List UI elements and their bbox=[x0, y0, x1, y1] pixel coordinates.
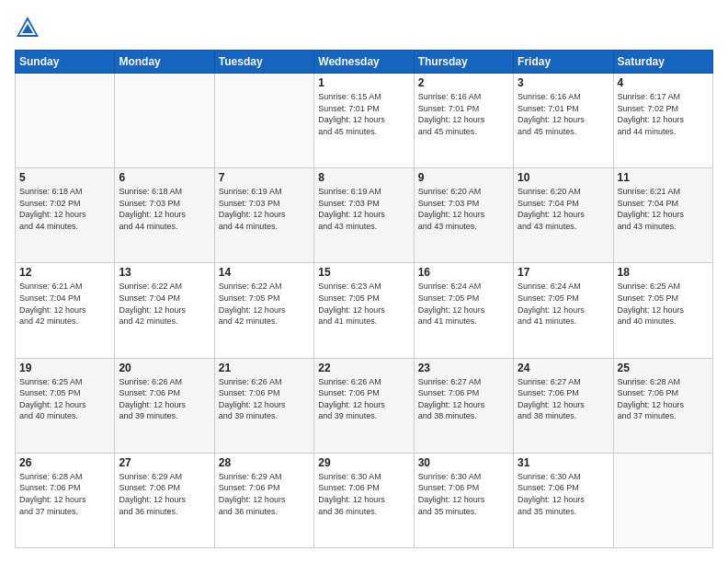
day-number: 22 bbox=[318, 362, 409, 374]
calendar-cell: 8Sunrise: 6:19 AM Sunset: 7:03 PM Daylig… bbox=[314, 168, 414, 263]
calendar-cell bbox=[214, 74, 313, 168]
calendar-cell: 23Sunrise: 6:27 AM Sunset: 7:06 PM Dayli… bbox=[414, 358, 513, 453]
calendar-header: SundayMondayTuesdayWednesdayThursdayFrid… bbox=[16, 51, 713, 74]
header bbox=[15, 15, 713, 40]
day-number: 28 bbox=[219, 456, 310, 469]
calendar-cell: 3Sunrise: 6:16 AM Sunset: 7:01 PM Daylig… bbox=[514, 74, 613, 168]
calendar-cell: 5Sunrise: 6:18 AM Sunset: 7:02 PM Daylig… bbox=[16, 168, 115, 263]
weekday-header-tuesday: Tuesday bbox=[214, 51, 313, 74]
day-info: Sunrise: 6:18 AM Sunset: 7:03 PM Dayligh… bbox=[119, 186, 210, 232]
calendar-cell: 30Sunrise: 6:30 AM Sunset: 7:06 PM Dayli… bbox=[414, 453, 513, 547]
day-info: Sunrise: 6:21 AM Sunset: 7:04 PM Dayligh… bbox=[618, 186, 709, 232]
day-number: 11 bbox=[618, 171, 709, 184]
calendar-cell: 11Sunrise: 6:21 AM Sunset: 7:04 PM Dayli… bbox=[613, 168, 712, 263]
logo-icon bbox=[15, 15, 40, 40]
calendar-cell: 15Sunrise: 6:23 AM Sunset: 7:05 PM Dayli… bbox=[314, 263, 414, 358]
calendar-cell: 24Sunrise: 6:27 AM Sunset: 7:06 PM Dayli… bbox=[514, 358, 613, 453]
day-number: 4 bbox=[618, 76, 709, 89]
day-info: Sunrise: 6:16 AM Sunset: 7:01 PM Dayligh… bbox=[418, 91, 509, 137]
calendar-cell: 17Sunrise: 6:24 AM Sunset: 7:05 PM Dayli… bbox=[514, 263, 613, 358]
day-number: 18 bbox=[618, 266, 709, 279]
day-number: 12 bbox=[19, 266, 110, 279]
calendar-table: SundayMondayTuesdayWednesdayThursdayFrid… bbox=[15, 50, 713, 548]
day-number: 5 bbox=[19, 171, 110, 184]
calendar-cell: 22Sunrise: 6:26 AM Sunset: 7:06 PM Dayli… bbox=[314, 358, 414, 453]
day-number: 7 bbox=[219, 171, 310, 184]
day-info: Sunrise: 6:16 AM Sunset: 7:01 PM Dayligh… bbox=[518, 91, 609, 137]
day-number: 19 bbox=[19, 362, 110, 374]
day-number: 24 bbox=[518, 362, 609, 374]
day-number: 29 bbox=[318, 456, 409, 469]
day-info: Sunrise: 6:24 AM Sunset: 7:05 PM Dayligh… bbox=[418, 281, 509, 327]
day-info: Sunrise: 6:26 AM Sunset: 7:06 PM Dayligh… bbox=[119, 376, 210, 422]
day-info: Sunrise: 6:19 AM Sunset: 7:03 PM Dayligh… bbox=[318, 186, 409, 232]
calendar-cell: 10Sunrise: 6:20 AM Sunset: 7:04 PM Dayli… bbox=[514, 168, 613, 263]
day-info: Sunrise: 6:30 AM Sunset: 7:06 PM Dayligh… bbox=[518, 471, 609, 517]
day-info: Sunrise: 6:22 AM Sunset: 7:05 PM Dayligh… bbox=[219, 281, 310, 327]
calendar-cell: 25Sunrise: 6:28 AM Sunset: 7:06 PM Dayli… bbox=[613, 358, 712, 453]
day-info: Sunrise: 6:17 AM Sunset: 7:02 PM Dayligh… bbox=[618, 91, 709, 137]
day-info: Sunrise: 6:21 AM Sunset: 7:04 PM Dayligh… bbox=[19, 281, 110, 327]
day-number: 15 bbox=[318, 266, 409, 279]
calendar-week-3: 12Sunrise: 6:21 AM Sunset: 7:04 PM Dayli… bbox=[16, 263, 713, 358]
day-info: Sunrise: 6:24 AM Sunset: 7:05 PM Dayligh… bbox=[518, 281, 609, 327]
day-number: 30 bbox=[418, 456, 509, 469]
day-number: 8 bbox=[318, 171, 409, 184]
day-number: 6 bbox=[119, 171, 210, 184]
day-info: Sunrise: 6:26 AM Sunset: 7:06 PM Dayligh… bbox=[219, 376, 310, 422]
calendar-cell: 1Sunrise: 6:15 AM Sunset: 7:01 PM Daylig… bbox=[314, 74, 414, 168]
calendar-cell: 19Sunrise: 6:25 AM Sunset: 7:05 PM Dayli… bbox=[16, 358, 115, 453]
calendar-cell bbox=[16, 74, 115, 168]
day-info: Sunrise: 6:28 AM Sunset: 7:06 PM Dayligh… bbox=[618, 376, 709, 422]
calendar-cell: 27Sunrise: 6:29 AM Sunset: 7:06 PM Dayli… bbox=[115, 453, 214, 547]
weekday-header-monday: Monday bbox=[115, 51, 214, 74]
calendar-cell: 4Sunrise: 6:17 AM Sunset: 7:02 PM Daylig… bbox=[613, 74, 712, 168]
day-info: Sunrise: 6:26 AM Sunset: 7:06 PM Dayligh… bbox=[318, 376, 409, 422]
calendar-body: 1Sunrise: 6:15 AM Sunset: 7:01 PM Daylig… bbox=[16, 74, 713, 548]
calendar-cell: 18Sunrise: 6:25 AM Sunset: 7:05 PM Dayli… bbox=[613, 263, 712, 358]
weekday-header-saturday: Saturday bbox=[613, 51, 712, 74]
day-info: Sunrise: 6:30 AM Sunset: 7:06 PM Dayligh… bbox=[318, 471, 409, 517]
calendar-week-2: 5Sunrise: 6:18 AM Sunset: 7:02 PM Daylig… bbox=[16, 168, 713, 263]
day-number: 31 bbox=[518, 456, 609, 469]
day-number: 9 bbox=[418, 171, 509, 184]
day-info: Sunrise: 6:18 AM Sunset: 7:02 PM Dayligh… bbox=[19, 186, 110, 232]
day-info: Sunrise: 6:29 AM Sunset: 7:06 PM Dayligh… bbox=[219, 471, 310, 517]
weekday-header-friday: Friday bbox=[514, 51, 613, 74]
day-number: 10 bbox=[518, 171, 609, 184]
calendar-cell: 2Sunrise: 6:16 AM Sunset: 7:01 PM Daylig… bbox=[414, 74, 513, 168]
day-number: 1 bbox=[318, 76, 409, 89]
day-info: Sunrise: 6:29 AM Sunset: 7:06 PM Dayligh… bbox=[119, 471, 210, 517]
calendar-cell: 20Sunrise: 6:26 AM Sunset: 7:06 PM Dayli… bbox=[115, 358, 214, 453]
calendar-week-5: 26Sunrise: 6:28 AM Sunset: 7:06 PM Dayli… bbox=[16, 453, 713, 547]
calendar-cell: 6Sunrise: 6:18 AM Sunset: 7:03 PM Daylig… bbox=[115, 168, 214, 263]
calendar-cell bbox=[613, 453, 712, 547]
calendar-cell: 16Sunrise: 6:24 AM Sunset: 7:05 PM Dayli… bbox=[414, 263, 513, 358]
calendar-cell: 9Sunrise: 6:20 AM Sunset: 7:03 PM Daylig… bbox=[414, 168, 513, 263]
day-info: Sunrise: 6:20 AM Sunset: 7:03 PM Dayligh… bbox=[418, 186, 509, 232]
calendar-week-1: 1Sunrise: 6:15 AM Sunset: 7:01 PM Daylig… bbox=[16, 74, 713, 168]
day-info: Sunrise: 6:25 AM Sunset: 7:05 PM Dayligh… bbox=[618, 281, 709, 327]
day-number: 21 bbox=[219, 362, 310, 374]
day-info: Sunrise: 6:23 AM Sunset: 7:05 PM Dayligh… bbox=[318, 281, 409, 327]
day-number: 17 bbox=[518, 266, 609, 279]
day-number: 23 bbox=[418, 362, 509, 374]
day-number: 3 bbox=[518, 76, 609, 89]
calendar-cell: 31Sunrise: 6:30 AM Sunset: 7:06 PM Dayli… bbox=[514, 453, 613, 547]
day-info: Sunrise: 6:22 AM Sunset: 7:04 PM Dayligh… bbox=[119, 281, 210, 327]
day-number: 2 bbox=[418, 76, 509, 89]
day-number: 20 bbox=[119, 362, 210, 374]
day-number: 26 bbox=[19, 456, 110, 469]
calendar-cell: 7Sunrise: 6:19 AM Sunset: 7:03 PM Daylig… bbox=[214, 168, 313, 263]
day-number: 16 bbox=[418, 266, 509, 279]
day-info: Sunrise: 6:28 AM Sunset: 7:06 PM Dayligh… bbox=[19, 471, 110, 517]
day-number: 25 bbox=[618, 362, 709, 374]
day-info: Sunrise: 6:20 AM Sunset: 7:04 PM Dayligh… bbox=[518, 186, 609, 232]
calendar-cell: 14Sunrise: 6:22 AM Sunset: 7:05 PM Dayli… bbox=[214, 263, 313, 358]
calendar-cell: 29Sunrise: 6:30 AM Sunset: 7:06 PM Dayli… bbox=[314, 453, 414, 547]
day-number: 13 bbox=[119, 266, 210, 279]
calendar-cell: 13Sunrise: 6:22 AM Sunset: 7:04 PM Dayli… bbox=[115, 263, 214, 358]
day-info: Sunrise: 6:19 AM Sunset: 7:03 PM Dayligh… bbox=[219, 186, 310, 232]
day-info: Sunrise: 6:15 AM Sunset: 7:01 PM Dayligh… bbox=[318, 91, 409, 137]
day-info: Sunrise: 6:30 AM Sunset: 7:06 PM Dayligh… bbox=[418, 471, 509, 517]
